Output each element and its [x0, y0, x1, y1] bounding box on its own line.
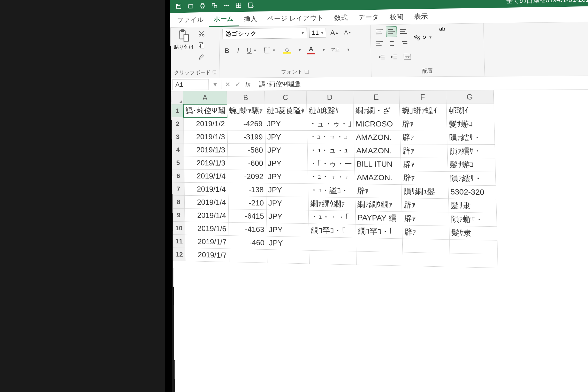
cell[interactable]: JPY: [266, 196, 308, 210]
cell[interactable]: [356, 238, 403, 252]
row-header[interactable]: 6: [172, 169, 184, 182]
cell[interactable]: MICROSO: [354, 117, 400, 131]
font-dialog-launcher[interactable]: [304, 70, 308, 74]
column-header-E[interactable]: E: [353, 90, 400, 104]
cell[interactable]: 2019/1/3: [184, 143, 228, 156]
cell[interactable]: JPY: [266, 183, 308, 197]
save-icon[interactable]: [175, 2, 182, 10]
cell[interactable]: 蜿｣蟒ｧ騾ｧ: [227, 104, 265, 117]
cell[interactable]: [356, 251, 403, 266]
cell[interactable]: AMAZON.: [354, 144, 400, 158]
tab-file[interactable]: ファイル: [172, 12, 209, 27]
cell[interactable]: 5302-320: [448, 185, 496, 199]
row-header[interactable]: 3: [172, 130, 184, 143]
column-header-C[interactable]: C: [264, 91, 306, 104]
font-color-button[interactable]: A: [305, 44, 317, 55]
cell[interactable]: ・ｭ・ュ・ｭ: [307, 144, 354, 157]
cell[interactable]: [403, 252, 450, 267]
cell[interactable]: 縺ｶ庶谿ｹ: [307, 104, 354, 117]
tab-home[interactable]: ホーム: [208, 12, 239, 27]
format-painter-button[interactable]: [197, 52, 206, 62]
cell[interactable]: -4163: [229, 222, 267, 236]
cell[interactable]: ・ｭ・ュ・ｭ: [308, 170, 355, 184]
row-header[interactable]: 12: [173, 248, 185, 261]
row-header[interactable]: 8: [172, 196, 185, 209]
cell[interactable]: [309, 237, 356, 251]
cell[interactable]: 2019/1/3: [184, 130, 228, 143]
cell[interactable]: 髮ｻ蝣ｺ: [448, 158, 496, 172]
clipboard-dialog-launcher[interactable]: [213, 70, 216, 74]
cell[interactable]: JPY: [267, 236, 309, 250]
cell[interactable]: 繝ｺ罕ｺ・｢: [309, 224, 356, 238]
cell[interactable]: 髮ｻ蝣ｺ: [446, 117, 494, 131]
formula-content[interactable]: 譌･莉倥Ψ鬮鷹: [255, 80, 301, 89]
cell[interactable]: 繝ｧ繝ｳ繝ｧ: [355, 198, 402, 212]
cell[interactable]: 縺ｺ菱莨隘ｬ: [264, 104, 307, 117]
cell[interactable]: [450, 240, 498, 254]
decrease-indent-button[interactable]: [377, 52, 387, 62]
bold-button[interactable]: B: [223, 46, 231, 55]
cell[interactable]: 2019/1/4: [184, 182, 228, 196]
row-header[interactable]: 2: [172, 117, 184, 130]
cell[interactable]: -6415: [228, 209, 267, 223]
underline-button[interactable]: U▾: [245, 46, 258, 55]
align-right-button[interactable]: [398, 38, 410, 49]
borders-button[interactable]: ▾: [262, 46, 277, 54]
name-box-dropdown[interactable]: ▾: [210, 79, 220, 90]
cell[interactable]: 2019/1/4: [185, 208, 229, 222]
italic-button[interactable]: I: [235, 46, 241, 55]
cell[interactable]: 繝ｧ繝・ざ: [353, 104, 400, 117]
cell[interactable]: JPY: [266, 157, 308, 170]
cell[interactable]: 2019/1/6: [185, 222, 229, 236]
copy-button[interactable]: [197, 40, 206, 50]
cell[interactable]: -2092: [228, 170, 266, 183]
align-left-button[interactable]: [374, 38, 385, 49]
cell[interactable]: ・ｭ・・・｢: [308, 210, 356, 224]
borders-icon[interactable]: [235, 2, 242, 9]
cell[interactable]: 2019/1/2: [184, 117, 228, 130]
cell[interactable]: -580: [228, 144, 266, 157]
cell[interactable]: 辟ｧ: [402, 198, 449, 212]
column-header-G[interactable]: G: [446, 90, 494, 104]
cell[interactable]: 辟ｧ: [400, 144, 448, 158]
cell[interactable]: -138: [228, 183, 266, 196]
refresh-icon[interactable]: [247, 2, 254, 9]
column-header-F[interactable]: F: [399, 90, 446, 104]
cell[interactable]: 辟ｧ: [355, 184, 402, 198]
align-center-button[interactable]: [386, 38, 397, 49]
row-header[interactable]: 7: [172, 182, 184, 196]
cell[interactable]: 繝ｧ繝ｳ繝ｧ: [308, 197, 355, 211]
cell[interactable]: 邨瑚ｲ: [446, 104, 494, 117]
cell[interactable]: 辟ｧ: [401, 171, 448, 185]
row-header[interactable]: 9: [173, 208, 185, 222]
spreadsheet-grid[interactable]: A B C D E F G 1譌･莉倥Ψ鬮蜿｣蟒ｧ騾ｧ縺ｺ菱莨隘ｬ縺ｶ庶谿ｹ繝ｧ…: [171, 90, 588, 271]
font-size-select[interactable]: 11 ▾: [309, 28, 326, 38]
cell[interactable]: JPY: [266, 170, 308, 184]
cell[interactable]: JPY: [265, 117, 307, 131]
cell[interactable]: -210: [228, 196, 266, 210]
cell[interactable]: JPY: [267, 223, 309, 237]
cut-button[interactable]: [197, 29, 206, 38]
align-middle-button[interactable]: [386, 26, 397, 37]
name-box[interactable]: A1: [172, 79, 209, 90]
orientation-button[interactable]: ab↻▾: [414, 34, 431, 41]
cell[interactable]: BILL ITUN: [354, 157, 401, 171]
row-header[interactable]: 11: [173, 234, 185, 248]
align-top-button[interactable]: [374, 27, 385, 37]
cell[interactable]: 繝ｺ罕ｺ・｢: [356, 224, 402, 238]
cell[interactable]: 2019/1/4: [184, 169, 228, 183]
cell[interactable]: AMAZON.: [355, 170, 401, 184]
fill-color-button[interactable]: [281, 46, 293, 54]
row-header[interactable]: 10: [173, 222, 185, 235]
cell[interactable]: AMAZON.: [354, 131, 400, 144]
open-icon[interactable]: [187, 2, 194, 10]
touch-mode-icon[interactable]: [223, 2, 230, 9]
insert-function-button[interactable]: fx: [243, 79, 253, 89]
tab-insert[interactable]: 挿入: [239, 12, 262, 26]
column-header-A[interactable]: A: [183, 91, 227, 104]
cell[interactable]: 蜿｣蟒ｧ蝗ｲ: [400, 104, 446, 117]
cell[interactable]: 2019/1/3: [184, 156, 228, 170]
wrap-text-button[interactable]: ab: [439, 26, 445, 32]
cell[interactable]: JPY: [265, 144, 308, 157]
cell[interactable]: 隕ｧ繧ｻ・: [447, 144, 495, 158]
